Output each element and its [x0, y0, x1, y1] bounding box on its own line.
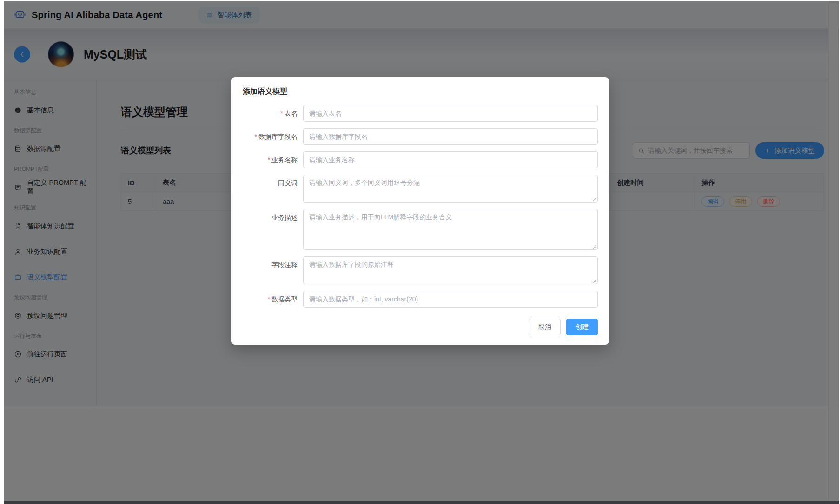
- field-label-field-comment: 字段注释: [243, 256, 298, 273]
- modal-form: *表名*数据库字段名*业务名称同义词业务描述字段注释*数据类型: [243, 105, 598, 308]
- add-semantic-model-dialog: 添加语义模型 *表名*数据库字段名*业务名称同义词业务描述字段注释*数据类型 取…: [231, 77, 609, 345]
- required-mark: *: [268, 295, 270, 303]
- textarea-wrap: [303, 256, 598, 284]
- business-description-input[interactable]: [303, 209, 598, 250]
- data-type-input[interactable]: [303, 291, 598, 308]
- table-name-input[interactable]: [303, 105, 598, 122]
- field-label-table-name: *表名: [243, 105, 298, 122]
- textarea-wrap: [303, 175, 598, 203]
- business-name-input[interactable]: [303, 151, 598, 168]
- field-label-business-name: *业务名称: [243, 151, 298, 168]
- cancel-button[interactable]: 取消: [529, 319, 561, 335]
- required-mark: *: [255, 133, 257, 140]
- modal-title: 添加语义模型: [243, 86, 598, 97]
- field-label-business-description: 业务描述: [243, 209, 298, 226]
- window-edge-left: [0, 0, 4, 504]
- required-mark: *: [281, 110, 283, 117]
- modal-footer: 取消 创建: [243, 319, 598, 335]
- field-label-db-field-name: *数据库字段名: [243, 128, 298, 145]
- field-label-synonyms: 同义词: [243, 175, 298, 191]
- synonyms-input[interactable]: [303, 175, 598, 203]
- db-field-name-input[interactable]: [303, 128, 598, 145]
- textarea-wrap: [303, 209, 598, 250]
- close-icon[interactable]: [598, 85, 600, 90]
- window-edge-top: [0, 0, 840, 1]
- create-button[interactable]: 创建: [566, 319, 598, 335]
- required-mark: *: [268, 156, 270, 164]
- screen-bottom-edge: [4, 501, 840, 504]
- field-comment-input[interactable]: [303, 256, 598, 284]
- field-label-data-type: *数据类型: [243, 291, 298, 308]
